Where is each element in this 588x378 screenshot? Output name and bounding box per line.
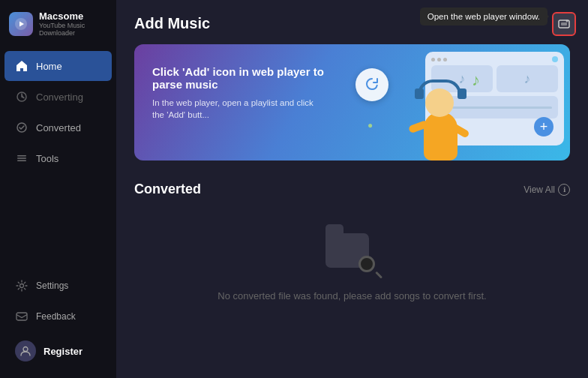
view-all-label: View All — [524, 184, 555, 195]
converted-icon — [15, 121, 28, 134]
register-button[interactable]: Register — [4, 332, 112, 370]
app-name: Macsome — [39, 10, 107, 22]
converting-label: Converting — [36, 92, 83, 103]
sidebar-bottom: Settings Feedback Register — [0, 270, 116, 378]
sidebar-item-converted[interactable]: Converted — [4, 112, 112, 142]
svg-rect-5 — [17, 160, 26, 162]
web-player-button[interactable] — [552, 12, 576, 36]
svg-point-8 — [23, 347, 28, 352]
sidebar-item-tools[interactable]: Tools — [4, 143, 112, 173]
character-illustration: ♪ — [409, 63, 472, 160]
settings-icon — [15, 279, 28, 292]
svg-point-11 — [566, 20, 568, 22]
dot-decoration: ● — [368, 120, 373, 130]
banner-illustration: + + ◆ ● ♪ ♪ — [345, 44, 570, 160]
sidebar: Macsome YouTube Music Downloader Home Co… — [0, 0, 116, 378]
view-all-info-icon: ℹ — [558, 184, 570, 196]
home-label: Home — [36, 61, 62, 72]
banner-text: Click 'Add' icon in web player to parse … — [134, 44, 345, 160]
feedback-label: Feedback — [36, 311, 76, 322]
banner-headline: Click 'Add' icon in web player to parse … — [152, 65, 327, 91]
home-icon — [15, 59, 28, 73]
tooltip-text: Open the web player window. — [428, 12, 540, 21]
settings-label: Settings — [36, 280, 68, 291]
empty-state-icon — [322, 227, 382, 280]
sync-icon — [356, 68, 388, 101]
feedback-icon — [15, 310, 28, 323]
add-button[interactable]: + — [534, 117, 554, 136]
sidebar-item-feedback[interactable]: Feedback — [4, 302, 112, 332]
converted-header: Converted View All ℹ — [134, 182, 570, 197]
sidebar-item-settings[interactable]: Settings — [4, 271, 112, 301]
converted-title: Converted — [134, 182, 201, 197]
app-subtitle: YouTube Music Downloader — [39, 22, 107, 37]
view-all-button[interactable]: View All ℹ — [524, 184, 570, 196]
logo-text: Macsome YouTube Music Downloader — [39, 10, 107, 37]
tools-label: Tools — [36, 153, 58, 164]
register-label: Register — [44, 346, 82, 357]
tools-icon — [15, 152, 28, 165]
svg-rect-7 — [16, 313, 27, 320]
converted-section: Converted View All ℹ — [134, 182, 570, 324]
svg-rect-3 — [17, 155, 26, 157]
converting-icon — [15, 90, 28, 104]
main-content: Open the web player window. Add Music Cl… — [116, 0, 588, 378]
svg-rect-10 — [561, 22, 567, 26]
avatar-icon — [15, 340, 36, 362]
logo-icon — [9, 12, 33, 36]
svg-point-6 — [20, 284, 24, 288]
sidebar-item-converting[interactable]: Converting — [4, 82, 112, 112]
sidebar-item-home[interactable]: Home — [4, 51, 112, 81]
converted-label: Converted — [36, 122, 81, 134]
app-logo: Macsome YouTube Music Downloader — [0, 0, 116, 47]
tooltip: Open the web player window. — [420, 8, 548, 26]
svg-rect-4 — [17, 158, 26, 159]
add-music-banner: Click 'Add' icon in web player to parse … — [134, 44, 570, 160]
banner-subtext: In the web player, open a playlist and c… — [152, 97, 327, 121]
empty-state: No converted file was found, please add … — [134, 212, 570, 324]
empty-state-text: No converted file was found, please add … — [218, 290, 486, 302]
main-nav: Home Converting Converted — [0, 47, 116, 270]
main-inner: Add Music Click 'Add' icon in web player… — [116, 0, 588, 339]
